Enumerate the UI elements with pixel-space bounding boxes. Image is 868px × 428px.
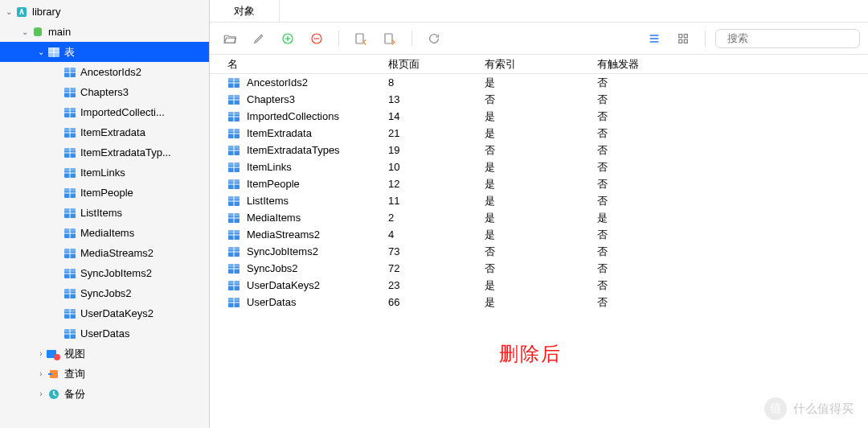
sidebar-folder-tables[interactable]: ⌄ 表 — [0, 42, 209, 62]
table-row[interactable]: ItemPeople12是否 — [210, 175, 868, 192]
edit-icon[interactable] — [247, 27, 271, 50]
chevron-down-icon: ⌄ — [3, 7, 14, 16]
cell-name: ImportedCollections — [247, 110, 339, 122]
query-icon — [47, 368, 61, 381]
remove-icon[interactable] — [305, 27, 329, 50]
cell-index: 否 — [485, 261, 597, 276]
open-icon[interactable] — [218, 27, 242, 50]
watermark-text: 什么值得买 — [793, 401, 854, 417]
table-icon — [227, 161, 242, 174]
sidebar-table-item[interactable]: MediaStreams2 — [0, 243, 209, 263]
svg-rect-77 — [679, 34, 682, 37]
sidebar-table-item[interactable]: ItemExtradata — [0, 122, 209, 142]
table-row[interactable]: ImportedCollections14是否 — [210, 108, 868, 125]
table-row[interactable]: Chapters313否否 — [210, 91, 868, 108]
table-icon — [63, 86, 77, 99]
table-icon — [227, 212, 242, 224]
col-header-name[interactable]: 名 — [227, 57, 388, 72]
cell-trigger: 否 — [597, 160, 868, 175]
table-icon — [63, 247, 77, 260]
sidebar-table-item[interactable]: SyncJobs2 — [0, 283, 209, 303]
table-header[interactable]: 名 根页面 有索引 有触发器 — [210, 55, 868, 74]
export-icon[interactable] — [378, 27, 402, 50]
watermark: 值 什么值得买 — [764, 397, 854, 420]
search-input[interactable] — [727, 32, 862, 44]
refresh-icon[interactable] — [422, 27, 446, 50]
cell-name: MediaItems — [247, 212, 301, 224]
cell-index: 否 — [485, 93, 597, 107]
cell-index: 是 — [485, 160, 597, 175]
sidebar-tree: ⌄ library ⌄ main ⌄ 表 AncestorIds2Chapter… — [0, 0, 210, 428]
sidebar-table-item[interactable]: ImportedCollecti... — [0, 102, 209, 122]
sidebar-folder-backups[interactable]: › 备份 — [0, 384, 209, 404]
sidebar-schema-main[interactable]: ⌄ main — [0, 22, 209, 42]
cell-name: ItemPeople — [247, 178, 300, 190]
sidebar-table-item[interactable]: Chapters3 — [0, 82, 209, 102]
table-icon — [227, 178, 242, 191]
cell-root: 8 — [388, 76, 485, 88]
cell-name: ItemExtradataTypes — [247, 144, 340, 156]
chevron-down-icon: ⌄ — [35, 47, 47, 56]
cell-index: 是 — [485, 126, 597, 141]
chevron-right-icon: › — [35, 389, 47, 398]
table-icon — [227, 93, 242, 106]
col-header-index[interactable]: 有索引 — [485, 57, 597, 72]
sidebar-database-library[interactable]: ⌄ library — [0, 2, 209, 22]
sidebar-table-item[interactable]: ItemExtradataTyp... — [0, 142, 209, 163]
table-row[interactable]: ListItems11是否 — [210, 192, 868, 209]
sidebar-table-item[interactable]: ItemPeople — [0, 183, 209, 203]
cell-index: 是 — [485, 295, 597, 310]
sidebar-table-item[interactable]: MediaItems — [0, 223, 209, 243]
cell-index: 是 — [485, 109, 597, 124]
sidebar-table-item[interactable]: ItemLinks — [0, 163, 209, 183]
table-row[interactable]: ItemExtradata21是否 — [210, 125, 868, 142]
sidebar-item-label: UserDatas — [80, 327, 209, 340]
tab-objects[interactable]: 对象 — [210, 0, 280, 22]
table-icon — [63, 66, 77, 79]
cell-root: 2 — [388, 212, 485, 224]
cell-trigger: 否 — [597, 228, 868, 242]
sidebar-table-item[interactable]: AncestorIds2 — [0, 62, 209, 82]
table-icon — [63, 287, 77, 300]
sidebar-table-item[interactable]: SyncJobItems2 — [0, 263, 209, 283]
library-icon — [14, 6, 29, 19]
table-row[interactable]: UserDataKeys223是否 — [210, 277, 868, 294]
table-row[interactable]: SyncJobs272否否 — [210, 260, 868, 277]
table-row[interactable]: UserDatas66是否 — [210, 294, 868, 311]
cell-trigger: 否 — [597, 194, 868, 208]
cell-trigger: 否 — [597, 76, 868, 90]
cell-trigger: 否 — [597, 278, 868, 293]
tab-bar: 对象 — [210, 0, 868, 23]
cell-trigger: 否 — [597, 126, 868, 141]
table-icon — [227, 144, 242, 157]
table-row[interactable]: ItemLinks10是否 — [210, 158, 868, 175]
search-input-wrap[interactable] — [715, 29, 860, 48]
col-header-root[interactable]: 根页面 — [388, 57, 485, 72]
table-row[interactable]: ItemExtradataTypes19否否 — [210, 142, 868, 158]
col-header-trigger[interactable]: 有触发器 — [597, 57, 868, 72]
table-list: 名 根页面 有索引 有触发器 AncestorIds28是否Chapters31… — [210, 55, 868, 428]
toolbar-separator — [705, 31, 706, 47]
table-icon — [227, 228, 242, 241]
sidebar-item-label: ItemExtradataTyp... — [80, 146, 209, 158]
sidebar-folder-queries[interactable]: › 查询 — [0, 364, 209, 384]
table-row[interactable]: MediaStreams24是否 — [210, 226, 868, 243]
table-row[interactable]: AncestorIds28是否 — [210, 74, 868, 91]
sidebar-table-item[interactable]: ListItems — [0, 203, 209, 223]
cell-root: 4 — [388, 228, 485, 241]
table-row[interactable]: MediaItems2是是 — [210, 209, 868, 226]
table-icon — [227, 195, 242, 208]
sidebar-folder-views[interactable]: › 视图 — [0, 344, 209, 364]
grid-view-icon[interactable] — [671, 27, 695, 50]
cell-name: MediaStreams2 — [247, 228, 320, 241]
sidebar-table-item[interactable]: UserDataKeys2 — [0, 303, 209, 323]
sidebar-table-item[interactable]: UserDatas — [0, 323, 209, 344]
sidebar-item-label: ItemPeople — [80, 187, 209, 199]
add-icon[interactable] — [276, 27, 300, 50]
sidebar-item-label: SyncJobItems2 — [80, 267, 209, 279]
import-icon[interactable] — [349, 27, 373, 50]
svg-rect-80 — [684, 39, 687, 43]
table-row[interactable]: SyncJobItems273否否 — [210, 243, 868, 260]
cell-name: ItemLinks — [247, 161, 292, 173]
list-view-icon[interactable] — [642, 27, 666, 50]
